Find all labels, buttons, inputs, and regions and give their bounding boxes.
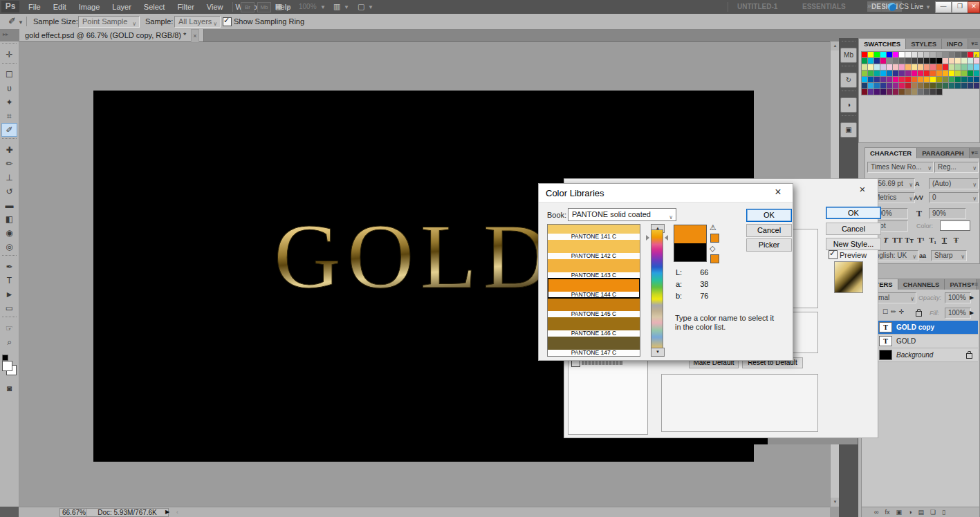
- color-swatch[interactable]: [961, 77, 967, 82]
- pantone-entry-pantone-146-c[interactable]: PANTONE 146 C: [548, 317, 640, 337]
- history-brush-tool[interactable]: ↺: [1, 185, 17, 198]
- color-swatch[interactable]: [918, 58, 923, 64]
- color-swatch[interactable]: [918, 64, 923, 70]
- color-swatch[interactable]: [930, 70, 936, 76]
- color-swatch[interactable]: [949, 83, 954, 88]
- subscript-button[interactable]: T₁: [927, 236, 939, 244]
- color-swatch[interactable]: [943, 83, 948, 88]
- menu-filter[interactable]: Filter: [171, 0, 200, 14]
- adjustment-layer-icon[interactable]: ◑: [908, 509, 912, 516]
- leading-select[interactable]: (Auto)∨: [929, 178, 979, 189]
- color-swatch[interactable]: [905, 83, 911, 88]
- pen-tool[interactable]: ✒: [1, 260, 17, 274]
- font-style-select[interactable]: Reg...∨: [934, 162, 979, 173]
- picker-button[interactable]: Picker: [746, 238, 792, 252]
- lock-pixels-icon[interactable]: ✏: [891, 308, 899, 315]
- hand-tool[interactable]: ☞: [1, 321, 17, 335]
- workspace-essentials[interactable]: ESSENTIALS: [802, 3, 846, 10]
- cancel-button[interactable]: Cancel: [826, 223, 881, 235]
- color-swatch[interactable]: [968, 70, 973, 76]
- color-swatch[interactable]: [955, 64, 961, 70]
- dodge-tool[interactable]: ◎: [1, 240, 17, 254]
- panel-menu-icon[interactable]: ▾≡: [971, 40, 978, 47]
- gamut-color-chip[interactable]: [710, 234, 719, 243]
- menu-layer[interactable]: Layer: [106, 0, 138, 14]
- color-swatch[interactable]: [868, 77, 873, 82]
- color-swatch[interactable]: [912, 58, 917, 64]
- color-swatch[interactable]: [874, 70, 880, 76]
- color-swatch[interactable]: [924, 52, 930, 57]
- color-swatch[interactable]: [961, 52, 967, 57]
- color-swatch[interactable]: [924, 83, 930, 88]
- tracking-select[interactable]: 0∨: [929, 192, 979, 203]
- color-swatch[interactable]: [955, 83, 961, 88]
- web-color-cube-icon[interactable]: ◇: [710, 244, 715, 253]
- color-swatch[interactable]: [868, 89, 873, 95]
- cancel-button[interactable]: Cancel: [746, 224, 792, 237]
- color-swatch[interactable]: [936, 89, 942, 95]
- arrange-documents-icon[interactable]: ▥: [333, 2, 340, 11]
- color-list[interactable]: PANTONE 141 CPANTONE 142 CPANTONE 143 CP…: [547, 224, 640, 357]
- workspace-overflow-button[interactable]: »: [867, 2, 871, 10]
- web-color-chip[interactable]: [710, 254, 719, 263]
- move-tool[interactable]: ✛: [1, 48, 17, 62]
- color-swatch[interactable]: [930, 58, 936, 64]
- scroll-left-icon[interactable]: ‹: [176, 509, 178, 516]
- screen-mode-icon[interactable]: ▢: [358, 2, 364, 11]
- color-swatch[interactable]: [930, 52, 936, 57]
- color-swatch[interactable]: [862, 77, 867, 82]
- opacity-slider-arrow-icon[interactable]: ▶: [970, 294, 974, 301]
- horizontal-scale-field[interactable]: 90%: [929, 208, 966, 219]
- layer-effects-icon[interactable]: fx: [885, 509, 889, 516]
- color-swatch[interactable]: [912, 64, 917, 70]
- color-swatch[interactable]: [924, 58, 930, 64]
- chevron-down-icon[interactable]: ▼: [344, 4, 349, 10]
- color-swatch[interactable]: [936, 58, 942, 64]
- color-swatch[interactable]: [887, 64, 892, 70]
- document-tab[interactable]: gold effect.psd @ 66.7% (GOLD copy, RGB/…: [19, 29, 204, 41]
- color-swatch[interactable]: [949, 52, 954, 57]
- color-swatch[interactable]: [955, 52, 961, 57]
- history-icon[interactable]: ↻: [840, 73, 857, 88]
- chevron-down-icon[interactable]: ▼: [368, 4, 373, 10]
- color-swatch[interactable]: [868, 64, 873, 70]
- color-swatch[interactable]: [862, 58, 867, 64]
- color-swatch[interactable]: [880, 58, 886, 64]
- color-swatch[interactable]: [887, 52, 892, 57]
- view-extras-icon[interactable]: ▦: [275, 2, 282, 11]
- type-tool[interactable]: T: [1, 274, 17, 288]
- color-swatch[interactable]: [968, 64, 973, 70]
- color-swatch[interactable]: [918, 83, 923, 88]
- cs-live-button[interactable]: CS Live: [899, 3, 923, 10]
- lasso-tool[interactable]: ʋ: [1, 82, 17, 95]
- color-swatch[interactable]: [880, 89, 886, 95]
- color-swatch[interactable]: [893, 70, 898, 76]
- small-caps-button[interactable]: Tт: [903, 236, 915, 244]
- lock-all-icon[interactable]: [916, 311, 922, 317]
- layer-row-gold[interactable]: TGOLD: [862, 335, 978, 348]
- color-swatch[interactable]: [862, 89, 867, 95]
- pantone-entry-pantone-141-c[interactable]: PANTONE 141 C: [548, 224, 640, 240]
- color-swatch[interactable]: [924, 89, 930, 95]
- color-swatch[interactable]: [936, 52, 942, 57]
- tab-character[interactable]: CHARACTER: [865, 148, 917, 158]
- lock-transparency-icon[interactable]: ☐: [882, 308, 891, 315]
- color-swatch[interactable]: [874, 64, 880, 70]
- color-swatch[interactable]: [961, 83, 967, 88]
- status-menu-arrow-icon[interactable]: ▶: [165, 509, 169, 515]
- spectrum-scroll-down[interactable]: ▼: [651, 348, 665, 357]
- zoom-level-button[interactable]: 100%: [299, 3, 317, 10]
- tab-swatches[interactable]: SWATCHES: [859, 39, 906, 49]
- color-swatch[interactable]: [974, 64, 979, 70]
- color-swatch[interactable]: [912, 52, 917, 57]
- pantone-entry-pantone-147-c[interactable]: PANTONE 147 C: [548, 337, 640, 356]
- marquee-tool[interactable]: ☐: [1, 68, 17, 82]
- menu-edit[interactable]: Edit: [47, 0, 73, 14]
- color-swatch[interactable]: [905, 70, 911, 76]
- clone-stamp-tool[interactable]: ⊥: [1, 171, 17, 185]
- color-swatch[interactable]: [905, 58, 911, 64]
- color-swatch[interactable]: [868, 83, 873, 88]
- sample-select[interactable]: All Layers ∨: [174, 16, 221, 28]
- workspace-untitled-1[interactable]: UNTITLED-1: [737, 3, 777, 10]
- color-swatch[interactable]: [936, 83, 942, 88]
